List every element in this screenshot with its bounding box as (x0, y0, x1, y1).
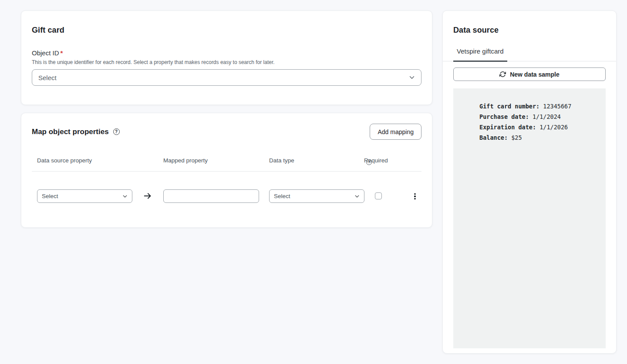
map-properties-panel: Map object properties ? Add mapping Data… (21, 113, 432, 228)
row-menu-kebab-icon[interactable] (411, 192, 419, 201)
map-properties-title: Map object properties (32, 128, 109, 136)
data-type-select[interactable]: Select (269, 189, 364, 203)
data-source-panel: Data source Vetspire giftcard New data s… (442, 10, 617, 354)
data-source-tabs: Vetspire giftcard (443, 47, 616, 61)
mapping-table-header: Data source property Mapped property Dat… (32, 157, 421, 172)
object-id-select[interactable]: Select (32, 69, 421, 86)
required-asterisk: * (61, 49, 63, 57)
column-data-type: Data type (269, 157, 294, 164)
new-data-sample-label: New data sample (510, 71, 560, 78)
gift-card-panel: Gift card Object ID* This is the unique … (21, 10, 432, 105)
chevron-down-icon (122, 194, 128, 199)
mapped-property-input[interactable] (163, 189, 259, 203)
tab-vetspire-giftcard[interactable]: Vetspire giftcard (453, 47, 507, 62)
source-property-select[interactable]: Select (37, 189, 132, 203)
chevron-down-icon (354, 194, 360, 199)
sample-data-preview: Gift card number: 12345667 Purchase date… (453, 88, 606, 348)
refresh-icon (499, 71, 506, 78)
add-mapping-button[interactable]: Add mapping (370, 124, 421, 140)
required-checkbox[interactable] (375, 192, 382, 199)
object-id-help-text: This is the unique identifier for each r… (32, 59, 421, 65)
gift-card-title: Gift card (32, 26, 421, 35)
column-mapped-property: Mapped property (163, 157, 208, 164)
data-source-title: Data source (453, 26, 606, 35)
sample-data-text: Gift card number: 12345667 Purchase date… (479, 101, 599, 143)
object-id-label: Object ID* (32, 49, 421, 57)
new-data-sample-button[interactable]: New data sample (453, 67, 606, 81)
object-id-select-placeholder: Select (38, 74, 57, 81)
data-type-placeholder: Select (274, 193, 290, 199)
arrow-right-icon (143, 191, 152, 201)
column-required: Required? (364, 157, 372, 165)
source-property-placeholder: Select (42, 193, 58, 199)
mapping-row: Select Select (32, 189, 421, 203)
mapping-table: Data source property Mapped property Dat… (32, 157, 421, 203)
chevron-down-icon (409, 74, 415, 81)
help-icon[interactable]: ? (113, 128, 120, 135)
column-data-source-property: Data source property (37, 157, 92, 164)
